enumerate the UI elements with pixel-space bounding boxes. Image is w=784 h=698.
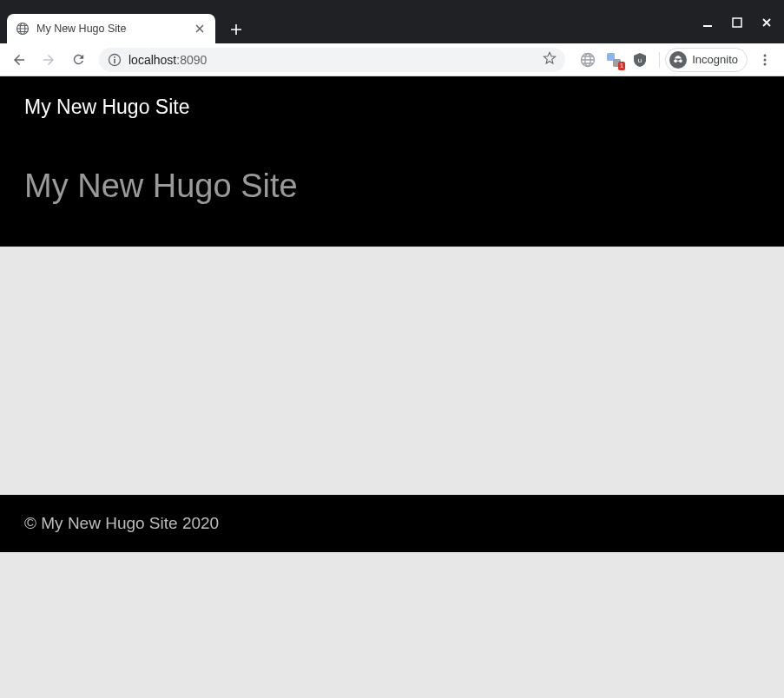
globe-icon — [16, 22, 30, 36]
url-text: localhost:8090 — [128, 53, 536, 67]
tab-title: My New Hugo Site — [36, 23, 186, 35]
page-viewport: My New Hugo Site My New Hugo Site © My N… — [0, 76, 784, 698]
svg-rect-6 — [114, 56, 115, 58]
new-tab-button[interactable] — [224, 17, 248, 42]
incognito-indicator[interactable]: Incognito — [665, 48, 748, 72]
incognito-icon — [669, 51, 687, 69]
page-content: My New Hugo Site My New Hugo Site © My N… — [0, 76, 784, 698]
page-heading: My New Hugo Site — [24, 168, 760, 205]
site-info-icon[interactable] — [108, 53, 122, 67]
extension-translate-icon[interactable]: 1 — [605, 51, 623, 69]
svg-rect-1 — [733, 18, 741, 27]
window-close-button[interactable] — [760, 16, 774, 30]
svg-rect-0 — [703, 25, 712, 27]
svg-point-16 — [764, 63, 767, 65]
footer-text: © My New Hugo Site 2020 — [24, 514, 219, 532]
site-title: My New Hugo Site — [24, 95, 760, 119]
svg-point-14 — [764, 54, 767, 56]
forward-button[interactable] — [36, 48, 61, 72]
svg-rect-5 — [114, 59, 115, 63]
window-maximize-button[interactable] — [730, 16, 744, 30]
url-port: :8090 — [176, 53, 207, 67]
back-button[interactable] — [7, 48, 31, 72]
browser-toolbar: localhost:8090 1 u Incognito — [0, 43, 784, 76]
window-titlebar — [0, 0, 784, 12]
window-minimize-button[interactable] — [701, 16, 715, 30]
extension-globe-icon[interactable] — [579, 51, 596, 69]
browser-tab[interactable]: My New Hugo Site — [7, 14, 215, 43]
reload-button[interactable] — [66, 48, 90, 72]
incognito-label: Incognito — [692, 53, 738, 66]
extension-ublock-icon[interactable]: u — [631, 51, 649, 69]
page-header: My New Hugo Site My New Hugo Site — [0, 76, 784, 247]
address-bar[interactable]: localhost:8090 — [99, 48, 565, 72]
tab-close-button[interactable] — [193, 22, 207, 36]
toolbar-divider — [659, 52, 660, 68]
bookmark-star-icon[interactable] — [543, 51, 557, 69]
window-controls — [701, 16, 774, 30]
url-host: localhost — [128, 53, 176, 67]
browser-menu-button[interactable] — [753, 48, 777, 72]
svg-point-15 — [764, 58, 767, 61]
page-below-footer — [0, 552, 784, 698]
tab-strip: My New Hugo Site — [0, 12, 784, 43]
page-body — [0, 247, 784, 495]
extension-icons: 1 u — [574, 51, 654, 69]
extension-badge: 1 — [618, 62, 625, 70]
svg-text:u: u — [638, 56, 642, 64]
page-footer: © My New Hugo Site 2020 — [0, 495, 784, 552]
